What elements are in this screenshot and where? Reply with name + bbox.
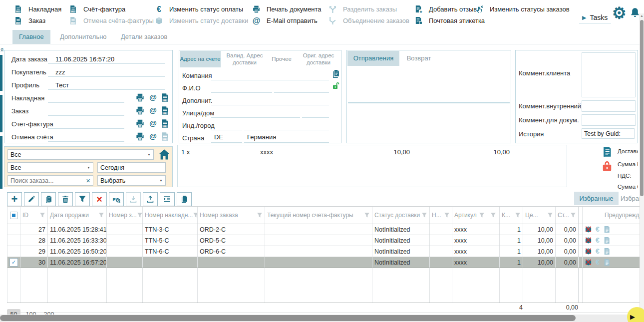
scrollbar-up-arrow[interactable]: ▲ [640,14,644,17]
email-icon[interactable]: @ [148,119,158,128]
no-package-icon[interactable] [585,226,592,233]
tab-return[interactable]: Возврат [401,51,437,66]
horizontal-scrollbar-thumb[interactable] [0,315,576,321]
unlock-icon[interactable] [332,81,340,89]
toolbar-order-button[interactable]: 123Заказ [14,15,45,25]
table-row[interactable]: 29 11.06.2025 16:50:20 TTN-6-C ORD-6-C N… [7,246,640,257]
no-package-icon[interactable] [585,237,592,244]
col-order-id[interactable]: Номер заказа [198,207,265,224]
col-sale-date[interactable]: Дата продажи [48,207,107,224]
home-icon[interactable] [158,148,170,160]
left-splitter[interactable] [0,136,2,189]
col-extra[interactable] [487,207,500,224]
col-n[interactable]: Н... [430,207,452,224]
search-eq-button[interactable]: EQ [109,192,124,206]
euro-pale-icon[interactable]: € [596,259,600,266]
col-waybill-number[interactable]: Номер накладн... [143,207,198,224]
filter-funnel-icon[interactable] [39,212,45,218]
col-order-number[interactable]: Номер з... [107,207,143,224]
details-list-button[interactable] [160,192,175,206]
document-pale-icon[interactable] [603,226,611,233]
email-icon[interactable]: @ [148,106,158,115]
filter-funnel-icon[interactable] [98,212,104,218]
filter-button[interactable] [75,192,90,206]
tab-original-shipping-address[interactable]: Ориг. адрес доставки [297,51,340,67]
col-warnings[interactable]: Предупреждения [583,207,640,224]
add-row-button[interactable]: + [7,192,22,206]
left-splitter[interactable] [0,95,2,132]
col-price[interactable]: Це... [523,207,556,224]
filter-funnel-icon[interactable] [479,212,485,218]
select-dropdown[interactable]: Выбрать▼ [97,175,166,186]
filter-funnel-icon[interactable] [421,212,427,218]
tasks-button[interactable]: ▶ Tasks [579,12,611,23]
search-input[interactable] [8,177,83,184]
type-filter-dropdown[interactable]: Все▼ [7,162,93,173]
export-button[interactable] [143,192,158,206]
toolbar-change-order-statuses-button[interactable]: Изменить статусы заказов [475,4,570,14]
cell-select[interactable] [7,224,20,235]
tab-shipments[interactable]: Отправления [347,51,399,66]
filter-funnel-icon[interactable] [364,212,370,218]
toolbar-send-email-button[interactable]: @E-Mail отправить [252,15,318,25]
tab-billing-address[interactable]: Адрес на счете [180,51,221,67]
company-input[interactable] [211,71,329,80]
toolbar-postal-label-button[interactable]: Почтовая этикетка [414,15,485,25]
document-pale-icon[interactable] [603,237,611,244]
copy-address-icon[interactable] [331,69,340,78]
locked-icon[interactable] [601,160,613,172]
date-filter-input[interactable]: Сегодня [97,162,166,173]
filter-funnel-icon[interactable] [515,212,521,218]
delivery-note-icon[interactable] [602,146,613,157]
view-tab-favorites[interactable]: Избранные [574,192,619,205]
street-input[interactable] [211,108,300,118]
filter-funnel-icon[interactable] [547,212,553,218]
print-icon[interactable] [135,119,145,128]
col-delivery-status[interactable]: Статус доставки [372,207,430,224]
toolbar-add-review-button[interactable]: ★Добавить отзыв [414,4,477,14]
copy-page-button[interactable] [177,192,192,206]
filter-funnel-icon[interactable] [193,212,198,218]
col-current-invoice-number[interactable]: Текущий номер счета-фактуры [265,207,372,224]
select-all-header[interactable] [7,207,20,224]
document-number-icon[interactable]: 123 [160,119,170,128]
filter-funnel-icon[interactable] [137,212,143,218]
col-qty[interactable]: К... [500,207,523,224]
cell-select[interactable] [7,246,20,257]
filter-funnel-icon[interactable] [490,212,496,218]
filter-funnel-icon[interactable] [257,212,263,218]
view-tab-favorites-2[interactable]: Избранны [621,192,640,205]
tab-additional[interactable]: Дополнительно [53,30,113,44]
internal-comment-input[interactable] [582,100,636,112]
zip-input[interactable] [211,121,242,130]
document-number-icon[interactable]: 123 [160,106,170,115]
history-input[interactable]: Test by Guid: [582,128,635,139]
select-all-checkbox[interactable] [10,212,17,219]
client-comment-textarea[interactable] [582,52,636,97]
toolbar-change-payment-status-button[interactable]: €Изменить статус оплаты [155,4,243,14]
col-id[interactable]: ID [20,207,48,224]
row-checkbox-checked[interactable]: ✓ [9,258,18,267]
email-icon[interactable]: @ [148,132,158,141]
copy-row-button[interactable] [41,192,56,206]
tab-other[interactable]: Прочее [268,51,296,67]
waybill-input[interactable] [48,93,124,103]
house-input[interactable] [302,108,329,118]
edit-row-button[interactable] [24,192,39,206]
table-row-selected[interactable]: ✓ 30 11.06.2025 16:57:20 NotInitialized … [7,257,640,268]
euro-pale-icon[interactable]: € [596,248,600,255]
col-article[interactable]: Артикул [452,207,487,224]
print-icon[interactable] [135,106,145,115]
invoice-input[interactable] [48,119,124,129]
gear-icon[interactable]: ⚙ [612,4,627,21]
filter-funnel-icon[interactable] [570,212,576,218]
print-icon[interactable] [135,93,145,102]
last-name-input[interactable] [274,83,329,93]
no-package-icon[interactable] [585,259,592,266]
cancel-invoice-input[interactable] [48,132,124,142]
first-name-input[interactable] [211,83,272,93]
col-amount[interactable]: Ст... [556,207,579,224]
document-number-icon[interactable]: 123 [160,93,170,102]
print-icon[interactable] [135,132,145,141]
city-input[interactable] [244,121,329,130]
